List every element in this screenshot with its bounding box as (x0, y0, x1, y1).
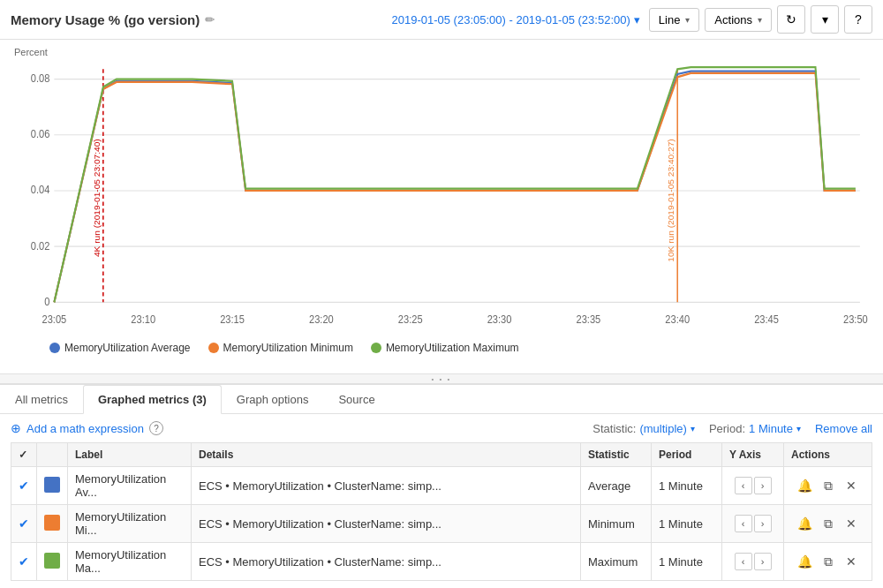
row2-yaxis: ‹ › (722, 505, 784, 543)
row2-color (37, 505, 68, 543)
add-math-label: Add a math expression (26, 422, 144, 435)
col-header-check: ✓ (11, 443, 37, 467)
col-header-statistic: Statistic (581, 443, 652, 467)
row2-statistic: Minimum (581, 505, 652, 543)
row2-yaxis-next-icon[interactable]: › (754, 515, 772, 532)
refresh-button[interactable]: ↻ (777, 5, 805, 34)
svg-text:0: 0 (44, 295, 50, 307)
row1-delete-icon[interactable]: ✕ (841, 476, 861, 495)
svg-text:23:20: 23:20 (309, 313, 334, 325)
row3-period: 1 Minute (652, 543, 722, 581)
legend-color-average (49, 343, 60, 353)
row1-checkbox[interactable]: ✔ (11, 467, 37, 505)
row1-yaxis-prev-icon[interactable]: ‹ (735, 477, 752, 494)
row2-alarm-icon[interactable]: 🔔 (796, 514, 815, 533)
help-button[interactable]: ? (844, 5, 872, 34)
col-header-yaxis: Y Axis (722, 443, 784, 467)
row2-checkbox[interactable]: ✔ (11, 505, 37, 543)
main-container: Memory Usage % (go version) ✏ 2019-01-05… (0, 0, 883, 588)
svg-text:23:15: 23:15 (220, 313, 245, 325)
legend-label-average: MemoryUtilization Average (64, 342, 191, 354)
chart-svg: 0.08 0.06 0.04 0.02 0 23:05 23:10 23:15 … (14, 59, 869, 338)
refresh-icon: ↻ (786, 12, 796, 26)
legend-item-minimum: MemoryUtilization Minimum (208, 342, 353, 354)
row1-label: MemoryUtilization Av... (68, 467, 192, 505)
tab-graphed-metrics[interactable]: Graphed metrics (3) (83, 385, 222, 414)
metrics-section: ⊕ Add a math expression ? Statistic: (mu… (0, 414, 883, 588)
row3-copy-icon[interactable]: ⧉ (819, 552, 838, 571)
row1-yaxis-next-icon[interactable]: › (754, 477, 772, 494)
row3-color-box (44, 553, 60, 569)
row3-actions: 🔔 ⧉ ✕ (784, 543, 872, 581)
svg-text:0.02: 0.02 (31, 239, 50, 252)
period-value[interactable]: 1 Minute (749, 422, 793, 435)
chart-type-label: Line (659, 13, 681, 26)
row2-delete-icon[interactable]: ✕ (841, 514, 861, 533)
row3-statistic: Maximum (581, 543, 652, 581)
col-header-period: Period (652, 443, 722, 467)
statistic-arrow-icon: ▾ (691, 424, 695, 433)
dropdown-icon: ▾ (822, 12, 828, 26)
svg-text:23:10: 23:10 (131, 313, 155, 325)
actions-dropdown[interactable]: Actions ▾ (705, 8, 772, 32)
legend-item-maximum: MemoryUtilization Maximum (371, 342, 519, 354)
svg-text:0.06: 0.06 (31, 128, 50, 140)
row2-actions: 🔔 ⧉ ✕ (784, 505, 872, 543)
row3-alarm-icon[interactable]: 🔔 (796, 552, 815, 571)
row3-color (37, 543, 68, 581)
row1-alarm-icon[interactable]: 🔔 (796, 476, 815, 495)
svg-text:23:45: 23:45 (754, 313, 779, 325)
tab-graph-options[interactable]: Graph options (222, 385, 324, 414)
tab-all-metrics[interactable]: All metrics (0, 385, 83, 414)
date-range-selector[interactable]: 2019-01-05 (23:05:00) - 2019-01-05 (23:5… (391, 13, 639, 26)
svg-text:0.04: 0.04 (31, 184, 50, 196)
row3-delete-icon[interactable]: ✕ (841, 552, 861, 571)
chart-type-arrow-icon: ▾ (685, 15, 690, 25)
chart-wrapper: 0.08 0.06 0.04 0.02 0 23:05 23:10 23:15 … (14, 59, 869, 338)
metrics-toolbar: ⊕ Add a math expression ? Statistic: (mu… (11, 421, 872, 435)
svg-text:23:35: 23:35 (576, 313, 600, 325)
add-math-expression-button[interactable]: ⊕ Add a math expression ? (11, 421, 163, 435)
row1-period: 1 Minute (652, 467, 722, 505)
row3-details: ECS • MemoryUtilization • ClusterName: s… (192, 543, 581, 581)
plus-icon: ⊕ (11, 421, 21, 435)
col-header-details: Details (192, 443, 581, 467)
actions-label: Actions (714, 13, 752, 26)
tab-bar: All metrics Graphed metrics (3) Graph op… (0, 385, 883, 414)
legend-label-maximum: MemoryUtilization Maximum (386, 342, 519, 354)
panel-title: Memory Usage % (go version) ✏ (11, 12, 382, 27)
row2-period: 1 Minute (652, 505, 722, 543)
row2-label: MemoryUtilization Mi... (68, 505, 192, 543)
date-range-chevron-icon: ▾ (634, 13, 640, 26)
legend-color-maximum (371, 343, 381, 353)
row1-copy-icon[interactable]: ⧉ (819, 476, 838, 495)
statistic-value[interactable]: (multiple) (639, 422, 686, 435)
row3-yaxis-prev-icon[interactable]: ‹ (735, 553, 752, 570)
svg-text:0.08: 0.08 (31, 72, 50, 84)
chart-type-dropdown[interactable]: Line ▾ (649, 8, 700, 32)
period-control: Period: 1 Minute ▾ (709, 422, 801, 435)
row1-statistic: Average (581, 467, 652, 505)
divider-dots-icon: • • • (432, 375, 452, 383)
row2-yaxis-prev-icon[interactable]: ‹ (735, 515, 752, 532)
remove-all-button[interactable]: Remove all (815, 422, 872, 435)
edit-icon[interactable]: ✏ (205, 13, 215, 26)
legend-item-average: MemoryUtilization Average (49, 342, 191, 354)
col-header-actions: Actions (784, 443, 872, 467)
help-circle-icon[interactable]: ? (149, 421, 163, 435)
row3-checkbox[interactable]: ✔ (11, 543, 37, 581)
bottom-panel: All metrics Graphed metrics (3) Graph op… (0, 384, 883, 588)
svg-text:10K run (2019-01-05 23:40:27): 10K run (2019-01-05 23:40:27) (667, 139, 675, 261)
row3-yaxis-next-icon[interactable]: › (754, 553, 772, 570)
table-row: ✔ MemoryUtilization Mi... ECS • MemoryUt… (11, 505, 872, 543)
row1-details: ECS • MemoryUtilization • ClusterName: s… (192, 467, 581, 505)
header-controls: Line ▾ Actions ▾ ↻ ▾ ? (649, 5, 872, 34)
row2-copy-icon[interactable]: ⧉ (819, 514, 838, 533)
divider-handle[interactable]: • • • (0, 373, 883, 384)
tab-source[interactable]: Source (323, 385, 389, 414)
row3-yaxis: ‹ › (722, 543, 784, 581)
svg-text:4K run (2019-01-05 23:07:40): 4K run (2019-01-05 23:07:40) (92, 139, 101, 257)
row1-yaxis: ‹ › (722, 467, 784, 505)
chart-legend: MemoryUtilization Average MemoryUtilizat… (14, 338, 869, 356)
more-options-button[interactable]: ▾ (811, 5, 839, 34)
